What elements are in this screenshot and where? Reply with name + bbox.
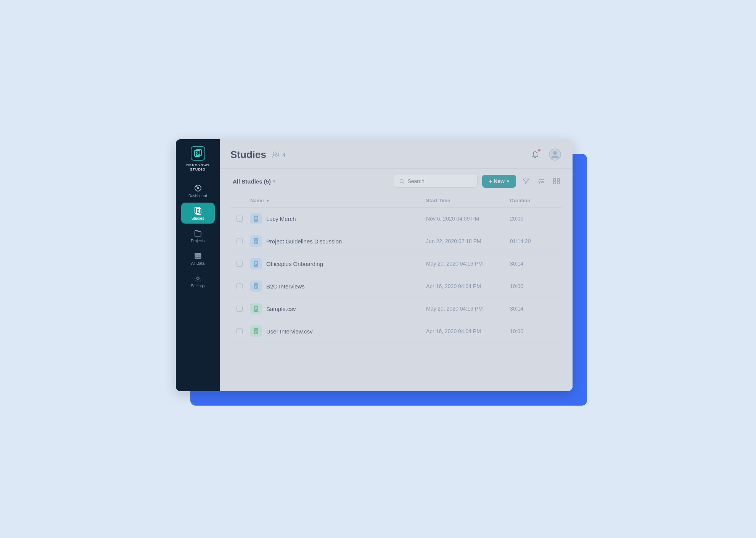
sidebar-item-label-projects: Projects: [191, 239, 204, 243]
table-row[interactable]: B2C Interviews Apr 16, 2020 04:04 PM 10:…: [230, 275, 562, 298]
row-start-time: May 20, 2020 04:16 PM: [426, 306, 510, 312]
logo-icon: [191, 146, 205, 161]
filter-icon: [523, 178, 529, 184]
row-start-time: Jun 22, 2020 02:18 PM: [426, 238, 510, 244]
toolbar: All Studies (5) ▾ + New ▾: [220, 169, 573, 194]
row-checkbox[interactable]: [236, 261, 250, 267]
sidebar-item-label-settings: Settings: [191, 284, 204, 288]
svg-point-2: [196, 152, 198, 153]
svg-rect-21: [553, 179, 556, 181]
toolbar-action-icons: [521, 176, 562, 187]
table-row[interactable]: User Interview.csv Apr 16, 2020 04:04 PM…: [230, 320, 562, 343]
table-row[interactable]: Project Guidelines Discussion Jun 22, 20…: [230, 230, 562, 253]
file-icon: [253, 283, 259, 290]
svg-rect-9: [195, 253, 201, 255]
sidebar-logo: RESEARCHSTUDIO: [176, 139, 220, 177]
sidebar-item-projects[interactable]: Projects: [181, 225, 215, 246]
svg-point-14: [277, 153, 279, 155]
svg-point-16: [553, 151, 557, 155]
all-studies-label: All Studies (5): [233, 178, 271, 185]
sidebar-nav: Dashboard Studies Projects: [176, 180, 220, 291]
checkbox[interactable]: [236, 283, 243, 289]
row-start-time: May 20, 2020 04:16 PM: [426, 261, 510, 267]
row-checkbox[interactable]: [236, 306, 250, 312]
row-checkbox[interactable]: [236, 328, 250, 334]
search-input[interactable]: [407, 178, 472, 184]
svg-point-13: [273, 152, 276, 155]
checkbox[interactable]: [236, 261, 243, 267]
file-icon: [253, 215, 259, 222]
main-content: Studies 4: [220, 139, 573, 391]
new-button[interactable]: + New ▾: [482, 175, 516, 188]
row-checkbox[interactable]: [236, 238, 250, 244]
app-wrapper: RESEARCHSTUDIO Dashboard: [176, 139, 580, 399]
start-col-label: Start Time: [426, 198, 450, 203]
team-count: 4: [282, 151, 285, 158]
user-avatar-button[interactable]: [548, 148, 562, 161]
header-icons: [528, 148, 562, 161]
checkbox[interactable]: [236, 216, 243, 222]
csv-icon: [250, 303, 262, 314]
row-duration: 10:00: [510, 328, 556, 334]
row-name: Sample.csv: [266, 306, 426, 312]
search-box: [394, 175, 478, 188]
sidebar-item-all-data[interactable]: All Data: [181, 248, 215, 269]
new-button-label: + New: [489, 178, 505, 184]
sidebar-item-label-all-data: All Data: [191, 261, 204, 266]
row-name: Project Guidelines Discussion: [266, 238, 426, 245]
duration-col-label: Duration: [510, 198, 530, 203]
row-name: Lucy Merch: [266, 216, 426, 222]
view-toggle-button[interactable]: [551, 176, 562, 187]
table-row[interactable]: Sample.csv May 20, 2020 04:16 PM 30:14: [230, 298, 562, 320]
checkbox[interactable]: [236, 238, 243, 244]
csv-icon: [250, 325, 262, 337]
sidebar-item-studies[interactable]: Studies: [181, 203, 215, 224]
row-name: User Interview.csv: [266, 328, 426, 335]
row-checkbox[interactable]: [236, 283, 250, 289]
page-title: Studies: [230, 149, 266, 161]
sidebar-item-label-studies: Studies: [191, 216, 204, 221]
doc-icon: [250, 213, 262, 224]
header-team: 4: [272, 151, 285, 158]
name-col-label: Name: [250, 198, 264, 203]
csv-file-icon: [253, 305, 259, 312]
row-duration: 01:14:20: [510, 238, 556, 244]
sidebar-item-dashboard[interactable]: Dashboard: [181, 180, 215, 201]
notification-badge: [537, 148, 541, 152]
sidebar-item-settings[interactable]: Settings: [181, 270, 215, 291]
row-duration: 20:00: [510, 216, 556, 222]
dashboard-icon: [194, 184, 202, 192]
studies-icon: [194, 206, 202, 215]
row-start-time: Nov 6, 2020 04:09 PM: [426, 216, 510, 222]
svg-point-4: [197, 187, 199, 189]
doc-icon: [250, 258, 262, 269]
app-container: RESEARCHSTUDIO Dashboard: [176, 139, 573, 391]
svg-rect-24: [557, 182, 560, 184]
row-start-time: Apr 16, 2020 04:04 PM: [426, 328, 510, 334]
checkbox[interactable]: [236, 306, 243, 312]
filter-button[interactable]: [521, 176, 531, 187]
projects-icon: [194, 229, 202, 237]
svg-rect-11: [195, 257, 201, 258]
file-icon: [253, 260, 259, 267]
svg-rect-10: [195, 255, 201, 256]
table-header: Name ▾ Start Time Duration: [230, 194, 562, 208]
checkbox[interactable]: [236, 328, 243, 334]
settings-icon: [194, 274, 202, 282]
row-duration: 30:14: [510, 306, 556, 312]
sort-button[interactable]: [536, 176, 547, 187]
row-checkbox[interactable]: [236, 216, 250, 222]
table-row[interactable]: Lucy Merch Nov 6, 2020 04:09 PM 20:00: [230, 208, 562, 230]
all-studies-filter[interactable]: All Studies (5) ▾: [230, 177, 278, 186]
header-name-col[interactable]: Name ▾: [250, 198, 426, 203]
table-row[interactable]: Officeplus Onboarding May 20, 2020 04:16…: [230, 253, 562, 275]
notifications-button[interactable]: [528, 148, 542, 161]
svg-rect-23: [553, 182, 556, 184]
csv-file-icon: [253, 328, 259, 335]
row-name: Officeplus Onboarding: [266, 261, 426, 267]
name-sort-icon: ▾: [267, 198, 269, 203]
row-duration: 30:14: [510, 261, 556, 267]
file-icon: [253, 238, 259, 245]
sidebar-logo-text: RESEARCHSTUDIO: [186, 163, 209, 172]
new-button-chevron-icon: ▾: [507, 179, 509, 184]
